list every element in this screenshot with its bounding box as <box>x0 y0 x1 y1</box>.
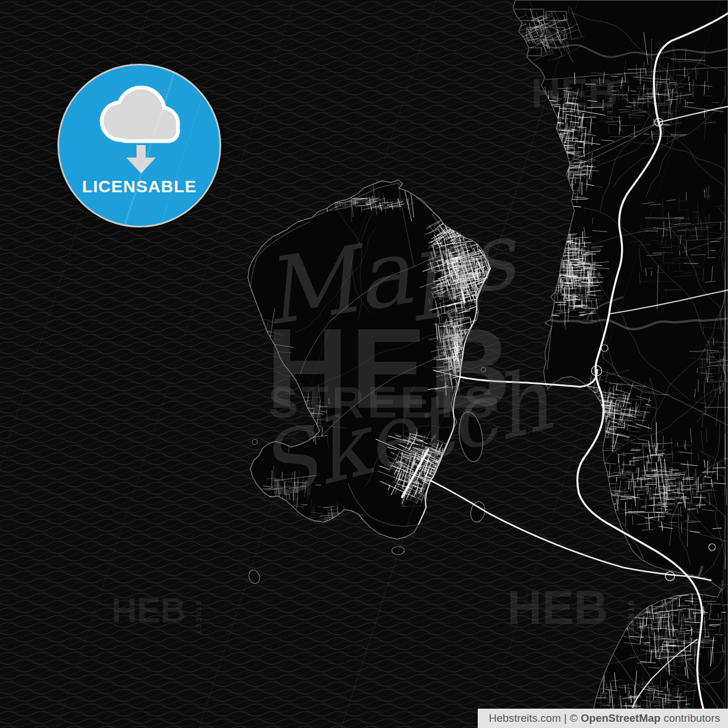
licensable-badge: LICENSABLE <box>57 64 221 228</box>
download-arrow-icon <box>126 145 156 173</box>
attribution-separator: | <box>561 712 570 725</box>
attribution-suffix: contributors <box>660 712 720 725</box>
cloud-download-icon <box>59 65 221 228</box>
attribution-copyright: © <box>570 712 581 725</box>
attribution-osm-link[interactable]: OpenStreetMap <box>581 712 660 725</box>
map-product-preview: Maps HEB STREETS Sketch HEB STREET HEB S… <box>0 0 728 728</box>
attribution-bar: Hebstreits.com | © OpenStreetMap contrib… <box>478 709 728 728</box>
attribution-site-link[interactable]: Hebstreits.com <box>489 712 561 725</box>
